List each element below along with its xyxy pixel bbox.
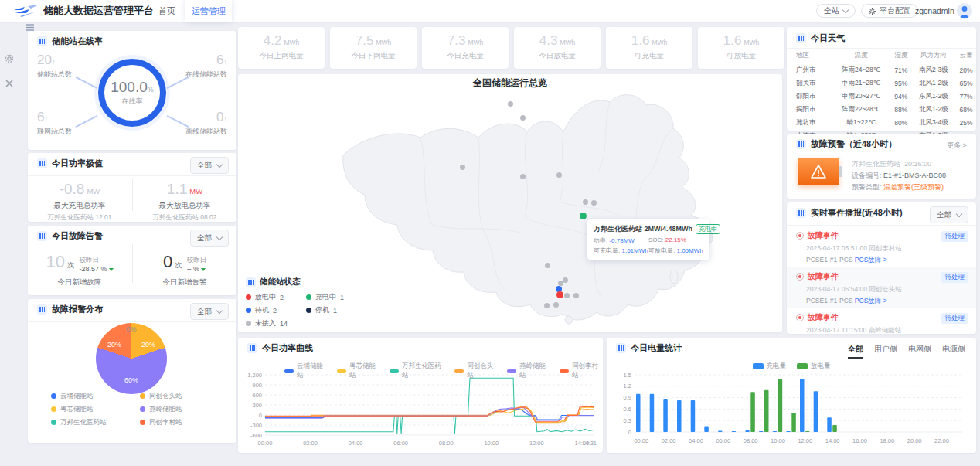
svg-text:04:00: 04:00	[349, 440, 363, 447]
bar-legend-item[interactable]: 放电量	[797, 362, 831, 371]
stat-card: 4.3MWh今日放电量	[514, 27, 601, 69]
event-item[interactable]: 故障事件待处理2023-04-17 05:51:00 同创李村站PCSE1-#1…	[787, 226, 976, 267]
stat-card-unit: MWh	[376, 39, 391, 46]
stat-card: 7.5MWh今日下网电量	[330, 27, 417, 69]
svg-text:0: 0	[259, 412, 262, 419]
platform-config-button[interactable]: 平台配置	[861, 4, 918, 18]
user-menu[interactable]: zgcnadmin	[915, 0, 962, 22]
curve-legend-item[interactable]: 同创仓头站	[454, 362, 498, 380]
arrow-up-icon: ↑	[44, 115, 48, 123]
fault-detail-link[interactable]: PCS故障 >	[855, 256, 887, 264]
more-link[interactable]: 更多 >	[947, 141, 967, 151]
station-dot[interactable]	[553, 302, 559, 308]
tab-operations[interactable]: 运营管理	[185, 0, 232, 22]
bar-legend-item[interactable]: 充电量	[753, 362, 787, 371]
fault-alarm-filter[interactable]: 全部	[190, 230, 229, 247]
platform-config-label: 平台配置	[880, 5, 910, 16]
series-燕岭储能站	[265, 407, 594, 420]
station-dot[interactable]	[556, 172, 562, 178]
pie-legend-item[interactable]: 同创仓头站	[140, 390, 229, 402]
bar-legend-label: 充电量	[767, 362, 787, 371]
bar-充电量-14:00	[827, 417, 832, 432]
energy-tab-用户侧[interactable]: 用户侧	[874, 344, 897, 359]
weather-cell: 晴1~22℃	[832, 116, 891, 129]
pie-legend-label: 同创仓头站	[149, 392, 182, 401]
station-status-title: 储能站状态	[260, 277, 301, 287]
curve-legend-label: 云埔储能站	[297, 362, 328, 380]
bar-充电量-00:00	[636, 394, 641, 432]
arrow-up-icon: ↑	[224, 115, 228, 123]
station-dot[interactable]	[520, 115, 526, 121]
stat-card-label: 今日充电量	[422, 51, 509, 61]
gauge-value: 100.0%	[111, 79, 154, 96]
pie-legend-item[interactable]: 燕岭储能站	[140, 403, 229, 415]
fault-detail-link[interactable]: PCS故障 >	[855, 297, 887, 304]
pending-badge[interactable]: 待处理	[941, 313, 969, 324]
pending-badge[interactable]: 待处理	[941, 272, 969, 283]
events-filter[interactable]: 全部	[930, 206, 968, 223]
curve-legend-item[interactable]: 同创李村站	[560, 362, 603, 380]
close-icon[interactable]	[5, 80, 13, 87]
pending-badge[interactable]: 待处理	[941, 231, 969, 242]
weather-cell: 88%	[891, 103, 911, 116]
curve-legend-item[interactable]: 云埔储能站	[284, 362, 328, 380]
energy-tab-电源侧[interactable]: 电源侧	[942, 344, 965, 359]
station-dot[interactable]	[564, 293, 570, 298]
curve-legend-item[interactable]: 燕岭储能站	[507, 362, 550, 380]
station-dot[interactable]	[556, 291, 563, 298]
station-dot[interactable]	[563, 277, 568, 283]
status-legend-item: 未接入14	[246, 318, 306, 328]
weather-cell: 中雨20~27℃	[832, 90, 891, 103]
tooltip-metric: SOC: 22.15%	[648, 236, 703, 245]
event-device: PCSE1-#1-PCS PCS故障 >	[806, 297, 967, 306]
station-dot[interactable]	[583, 199, 588, 205]
station-dot[interactable]	[460, 165, 465, 170]
curve-legend-item[interactable]: 万邦生化医药站	[390, 362, 445, 380]
power-extremes-filter[interactable]: 全部	[190, 157, 229, 174]
svg-text:16:00: 16:00	[852, 437, 867, 444]
bar-充电量-07:00	[732, 431, 737, 432]
energy-tab-电网侧[interactable]: 电网侧	[908, 344, 931, 359]
weather-cell: 20%	[956, 63, 976, 77]
weather-col-header: 云量	[956, 49, 976, 63]
settings-icon[interactable]	[5, 54, 14, 63]
station-dot[interactable]	[580, 213, 587, 219]
pie-legend-item[interactable]: 万邦生化医药站	[51, 417, 140, 428]
weather-row: 邵阳市中雨20~27℃94%东风1-2级77%	[787, 90, 976, 103]
status-dot-icon	[246, 294, 251, 300]
tab-home[interactable]: 首页	[148, 0, 185, 22]
pie-legend-item[interactable]: 粤芯储能站	[51, 403, 140, 415]
event-item[interactable]: 故障事件待处理2023-04-17 05:54:00 同创仓头站PCSE1-#1…	[787, 267, 976, 308]
energy-tab-全部[interactable]: 全部	[848, 344, 863, 359]
svg-text:04:00: 04:00	[689, 437, 703, 444]
site-selector[interactable]: 全站	[816, 4, 856, 18]
weather-row: 广州市阵雨24~28℃71%南风2-3级20%	[787, 63, 976, 77]
status-dot-icon	[306, 294, 311, 300]
legend-dot-icon	[51, 406, 56, 412]
station-dot[interactable]	[573, 293, 579, 298]
event-item[interactable]: 故障事件待处理2023-04-17 11:15:00 燕岭储能站PCSE1-#2…	[787, 308, 976, 334]
weather-cell: 94%	[891, 90, 911, 103]
page-title: 储能大数据运营管理平台	[43, 0, 154, 22]
pie-slice-label: 0%	[126, 325, 136, 333]
weather-table: 地区温度湿度风力方向云量 广州市阵雨24~28℃71%南风2-3级20%韶关市中…	[787, 48, 976, 142]
panel-menu-icon[interactable]	[26, 24, 34, 31]
pie-legend-item[interactable]: 云埔储能站	[51, 390, 140, 402]
tooltip-metric-value: 1.05MWh	[676, 247, 703, 254]
station-dot[interactable]	[544, 303, 550, 308]
avatar[interactable]	[957, 3, 972, 19]
svg-text:900: 900	[252, 382, 262, 389]
status-legend-item: 放电中2	[246, 292, 306, 302]
station-dot[interactable]	[508, 101, 513, 107]
station-dot[interactable]	[545, 263, 550, 268]
stat-card-value: 1.6MWh	[698, 33, 784, 49]
fault-distribution-filter[interactable]: 全部	[190, 303, 229, 320]
station-dot[interactable]	[520, 174, 526, 179]
weather-row: 潍坊市晴1~22℃80%北风3-4级25%	[787, 116, 976, 129]
curve-legend-label: 同创李村站	[572, 362, 603, 380]
pie-legend-item[interactable]: 同创李村站	[140, 417, 229, 428]
power-curve-icon	[247, 343, 257, 353]
stat-card-value: 7.5MWh	[330, 33, 417, 49]
curve-legend-item[interactable]: 粤芯储能站	[337, 362, 380, 380]
station-dot[interactable]	[591, 200, 597, 206]
